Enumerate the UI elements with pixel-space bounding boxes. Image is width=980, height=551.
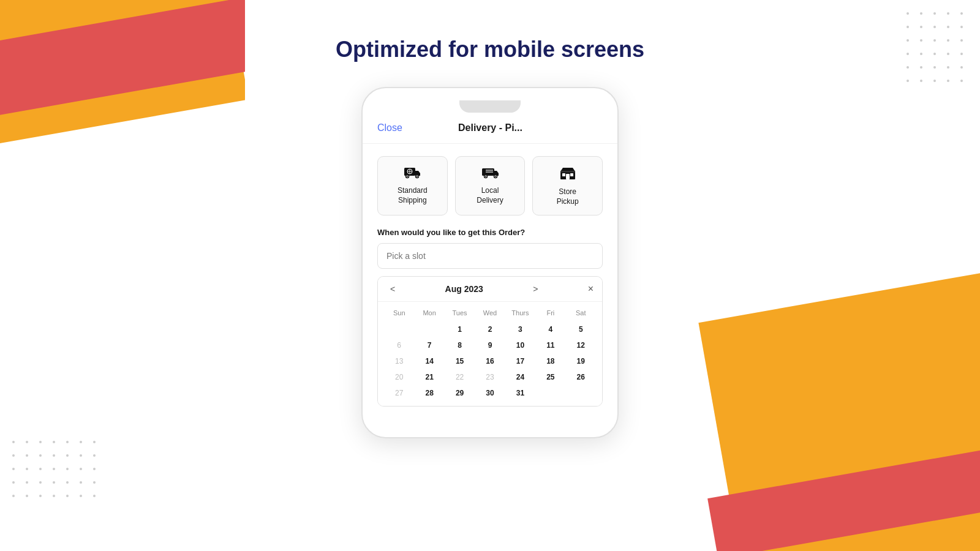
calendar-day[interactable]: 28 [414, 385, 444, 401]
calendar-day[interactable]: 30 [475, 385, 505, 401]
calendar-day[interactable]: 8 [445, 337, 475, 353]
svg-point-12 [495, 176, 496, 177]
calendar-day-name: Sat [566, 307, 596, 319]
calendar-day[interactable]: 19 [566, 353, 596, 369]
calendar-month: Aug 2023 [445, 284, 483, 294]
svg-rect-17 [562, 173, 565, 176]
calendar-weeks: 1234567891011121314151617181920212223242… [384, 321, 596, 401]
store-pickup-icon [559, 165, 576, 182]
delivery-options-group: StandardShipping [377, 156, 603, 216]
close-button[interactable]: Close [377, 122, 402, 133]
calendar-day[interactable]: 31 [505, 385, 535, 401]
delivery-option-pickup[interactable]: StorePickup [532, 156, 603, 216]
svg-point-10 [485, 176, 486, 177]
calendar-week: 6789101112 [384, 337, 596, 353]
calendar-grid: SunMonTuesWedThursFriSat 123456789101112… [378, 302, 602, 406]
calendar-day[interactable]: 2 [475, 321, 505, 337]
standard-shipping-label: StandardShipping [398, 186, 428, 205]
store-pickup-label: StorePickup [557, 187, 579, 206]
calendar-day [566, 385, 596, 401]
calendar-day[interactable]: 4 [535, 321, 565, 337]
svg-point-4 [417, 176, 418, 177]
calendar-day-names: SunMonTuesWedThursFriSat [384, 307, 596, 319]
svg-rect-16 [566, 174, 570, 179]
svg-rect-18 [570, 173, 573, 176]
calendar-day[interactable]: 15 [445, 353, 475, 369]
calendar-day: 23 [475, 369, 505, 385]
calendar-day-name: Mon [414, 307, 444, 319]
calendar-week: 13141516171819 [384, 353, 596, 369]
calendar-day[interactable]: 3 [505, 321, 535, 337]
calendar-day: 6 [384, 337, 414, 353]
calendar-day-name: Fri [535, 307, 565, 319]
calendar-close-button[interactable]: × [588, 283, 594, 294]
calendar-day[interactable]: 24 [505, 369, 535, 385]
phone-header: Close Delivery - Pi... [363, 122, 617, 144]
calendar-day-name: Wed [475, 307, 505, 319]
delivery-option-standard[interactable]: StandardShipping [377, 156, 448, 216]
phone-body: StandardShipping [363, 144, 617, 419]
calendar-day-name: Sun [384, 307, 414, 319]
calendar-week: 12345 [384, 321, 596, 337]
phone-screen-title: Delivery - Pi... [458, 122, 522, 133]
main-content: Optimized for mobile screens Close Deliv… [0, 0, 980, 551]
svg-point-2 [407, 176, 408, 177]
calendar-day-name: Thurs [505, 307, 535, 319]
calendar-header: < Aug 2023 > × [378, 277, 602, 302]
phone-mockup: Close Delivery - Pi... [361, 87, 619, 438]
calendar-day: 27 [384, 385, 414, 401]
calendar-day[interactable]: 21 [414, 369, 444, 385]
calendar-day[interactable]: 10 [505, 337, 535, 353]
local-delivery-label: LocalDelivery [477, 186, 503, 205]
calendar-day: 22 [445, 369, 475, 385]
calendar-day[interactable]: 16 [475, 353, 505, 369]
calendar: < Aug 2023 > × SunMonTuesWedThursFriSat … [377, 276, 603, 407]
slot-question: When would you like to get this Order? [377, 228, 603, 237]
calendar-week: 20212223242526 [384, 369, 596, 385]
calendar-day[interactable]: 5 [566, 321, 596, 337]
local-delivery-icon [481, 165, 499, 181]
calendar-day[interactable]: 1 [445, 321, 475, 337]
calendar-week: 2728293031 [384, 385, 596, 401]
calendar-day-name: Tues [445, 307, 475, 319]
calendar-day[interactable]: 7 [414, 337, 444, 353]
standard-shipping-icon [404, 165, 421, 181]
calendar-day: 20 [384, 369, 414, 385]
calendar-prev-button[interactable]: < [386, 283, 399, 295]
calendar-day: 13 [384, 353, 414, 369]
calendar-day[interactable]: 17 [505, 353, 535, 369]
calendar-day[interactable]: 14 [414, 353, 444, 369]
calendar-day[interactable]: 18 [535, 353, 565, 369]
calendar-day[interactable]: 25 [535, 369, 565, 385]
phone-notch [459, 100, 521, 113]
calendar-day [384, 321, 414, 337]
calendar-next-button[interactable]: > [529, 283, 541, 295]
delivery-option-local[interactable]: LocalDelivery [455, 156, 526, 216]
calendar-day [414, 321, 444, 337]
calendar-day [535, 385, 565, 401]
calendar-day[interactable]: 29 [445, 385, 475, 401]
slot-input[interactable] [377, 243, 603, 269]
calendar-day[interactable]: 9 [475, 337, 505, 353]
page-title: Optimized for mobile screens [336, 37, 644, 62]
calendar-day[interactable]: 26 [566, 369, 596, 385]
calendar-day[interactable]: 11 [535, 337, 565, 353]
calendar-day[interactable]: 12 [566, 337, 596, 353]
svg-rect-19 [560, 171, 575, 173]
